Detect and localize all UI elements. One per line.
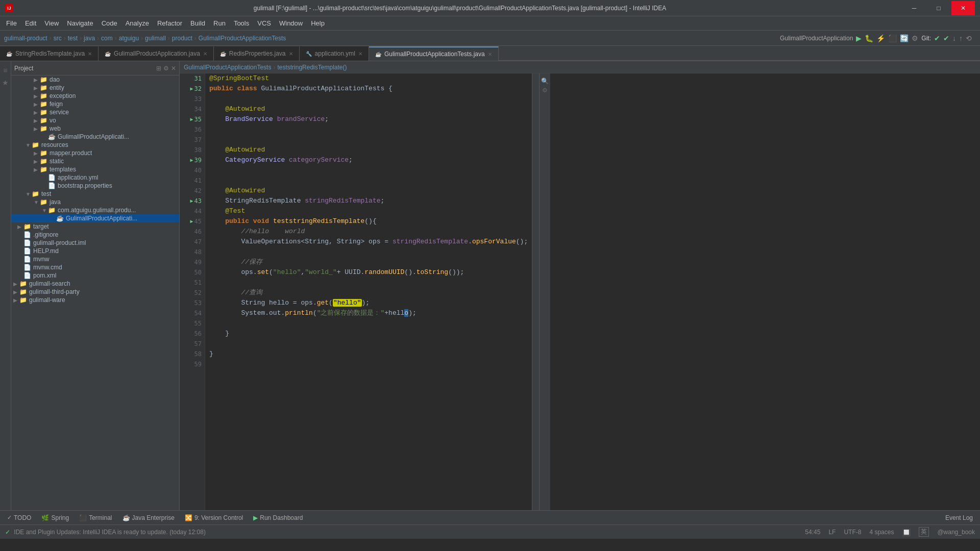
tree-node-mvnw-cmd[interactable]: 📄 mvnw.cmd: [11, 263, 179, 271]
tab-application-yml[interactable]: 🔧 application.yml ✕: [300, 46, 369, 61]
maximize-button[interactable]: □: [927, 1, 950, 15]
layout-icon[interactable]: 🔲: [902, 528, 911, 536]
tree-node-gitignore[interactable]: 📄 .gitignore: [11, 231, 179, 239]
tree-node-main-app[interactable]: ☕ GulimallProductApplicati...: [11, 133, 179, 141]
close-button[interactable]: ✕: [951, 1, 975, 15]
git-push-button[interactable]: ↑: [959, 34, 963, 42]
tab-gulimall-product-application[interactable]: ☕ GulimallProductApplication.java ✕: [99, 46, 214, 61]
tree-node-static[interactable]: ▶ 📁 static: [11, 157, 179, 165]
tree-node-web[interactable]: ▶ 📁 web: [11, 124, 179, 133]
tree-node-label: com.atguigu.gulimall.produ...: [58, 207, 136, 214]
bottom-tab-version-control[interactable]: 🔀 9: Version Control: [182, 513, 246, 522]
bottom-tab-java-enterprise[interactable]: ☕ Java Enterprise: [119, 513, 178, 522]
menu-item-navigate[interactable]: Navigate: [63, 18, 97, 29]
tree-settings-icon[interactable]: ⚙: [163, 65, 169, 72]
tab-redis-properties[interactable]: ☕ RedisProperties.java ✕: [214, 46, 300, 61]
menu-item-help[interactable]: Help: [307, 18, 329, 29]
menu-item-window[interactable]: Window: [275, 18, 307, 29]
tab-close-icon[interactable]: ✕: [488, 52, 492, 57]
menu-item-build[interactable]: Build: [186, 18, 209, 29]
tab-gulimall-product-application-tests[interactable]: ☕ GulimallProductApplicationTests.java ✕: [369, 46, 499, 61]
tree-node-target[interactable]: ▶ 📁 target: [11, 222, 179, 231]
breadcrumb-method[interactable]: teststringRedisTemplate(): [277, 64, 347, 71]
run-with-coverage-button[interactable]: ⚡: [876, 34, 885, 42]
tree-node-help-md[interactable]: 📄 HELP.md: [11, 247, 179, 255]
bottom-tab-run-dashboard[interactable]: ▶ Run Dashboard: [250, 513, 306, 522]
tree-node-entity[interactable]: ▶ 📁 entity: [11, 84, 179, 92]
tree-node-test-class[interactable]: ☕ GulimallProductApplicati...: [11, 214, 179, 222]
debug-button[interactable]: 🐛: [865, 34, 873, 42]
bottom-tab-todo[interactable]: ✓ TODO: [4, 513, 34, 522]
update-button[interactable]: 🔄: [900, 34, 909, 42]
tree-node-application-yml[interactable]: 📄 application.yml: [11, 173, 179, 182]
tree-node-resources[interactable]: ▼ 📁 resources: [11, 141, 179, 149]
tree-node-bootstrap-properties[interactable]: 📄 bootstrap.properties: [11, 182, 179, 190]
stop-button[interactable]: ⬛: [888, 34, 897, 42]
git-update-button[interactable]: ↓: [952, 34, 956, 42]
tab-close-icon[interactable]: ✕: [289, 51, 293, 57]
tab-string-redis-template[interactable]: ☕ StringRedisTemplate.java ✕: [0, 46, 99, 61]
breadcrumb-class[interactable]: GulimallProductApplicationTests: [184, 64, 271, 71]
tree-node-mapper[interactable]: ▶ 📁 mapper.product: [11, 149, 179, 157]
menu-item-view[interactable]: View: [40, 18, 63, 29]
tree-node-gulimall-ware[interactable]: ▶ 📁 gulimall-ware: [11, 296, 179, 304]
menu-item-vcs[interactable]: VCS: [253, 18, 275, 29]
tree-node-feign[interactable]: ▶ 📁 feign: [11, 100, 179, 108]
nav-crumb[interactable]: gulimall: [145, 35, 166, 42]
run-config-name: GulimallProductApplication: [780, 35, 853, 42]
menu-item-analyze[interactable]: Analyze: [121, 18, 153, 29]
right-sidebar-icon2[interactable]: ⚙: [542, 87, 548, 94]
nav-crumb[interactable]: src: [54, 35, 62, 42]
minimize-button[interactable]: ─: [902, 1, 926, 15]
tree-node-test[interactable]: ▼ 📁 test: [11, 190, 179, 198]
git-commit-button[interactable]: ✔: [934, 34, 940, 42]
nav-crumb[interactable]: com: [101, 35, 113, 42]
menu-item-refactor[interactable]: Refactor: [153, 18, 186, 29]
run-button[interactable]: ▶: [856, 34, 862, 42]
tree-node-templates[interactable]: ▶ 📁 templates: [11, 165, 179, 173]
git-history-button[interactable]: ⟲: [966, 34, 972, 42]
bottom-tab-terminal[interactable]: ⬛ Terminal: [76, 513, 115, 522]
tree-node-mvnw[interactable]: 📄 mvnw: [11, 255, 179, 263]
tree-node-service[interactable]: ▶ 📁 service: [11, 108, 179, 116]
tree-arrow: ▶: [34, 126, 40, 132]
tree-node-label: gulimall-search: [29, 280, 70, 287]
tree-expand-icon[interactable]: ⊞: [156, 65, 161, 72]
menu-item-code[interactable]: Code: [97, 18, 121, 29]
menu-item-run[interactable]: Run: [209, 18, 230, 29]
menu-item-edit[interactable]: Edit: [21, 18, 40, 29]
tree-node-gulimall-search[interactable]: ▶ 📁 gulimall-search: [11, 280, 179, 288]
tree-close-icon[interactable]: ✕: [171, 65, 176, 72]
nav-crumb[interactable]: GulimallProductApplicationTests: [199, 35, 286, 42]
nav-crumb[interactable]: java: [84, 35, 95, 42]
nav-crumb[interactable]: gulimall-product: [4, 35, 47, 42]
tree-node-vo[interactable]: ▶ 📁 vo: [11, 116, 179, 124]
tab-label: RedisProperties.java: [229, 50, 286, 57]
bottom-tab-spring[interactable]: 🌿 Spring: [38, 513, 72, 522]
menu-item-file[interactable]: File: [2, 18, 21, 29]
favorites-icon[interactable]: ★: [1, 78, 11, 88]
tree-node-java[interactable]: ▼ 📁 java: [11, 198, 179, 206]
tree-node-exception[interactable]: ▶ 📁 exception: [11, 92, 179, 100]
tree-node-dao[interactable]: ▶ 📁 dao: [11, 76, 179, 84]
tab-close-icon[interactable]: ✕: [358, 51, 362, 57]
tab-close-icon[interactable]: ✕: [203, 51, 207, 57]
tab-label: GulimallProductApplication.java: [114, 50, 200, 57]
nav-crumb[interactable]: product: [172, 35, 192, 42]
tab-close-icon[interactable]: ✕: [88, 51, 92, 57]
status-check-icon: ✓: [5, 529, 10, 536]
code-editor[interactable]: @SpringBootTest public class GulimallPro…: [205, 73, 532, 510]
settings-button[interactable]: ⚙: [912, 34, 918, 42]
bottom-tab-event-log[interactable]: Event Log: [942, 513, 976, 522]
java-enterprise-icon: ☕: [122, 514, 130, 521]
tree-node-pom-xml[interactable]: 📄 pom.xml: [11, 271, 179, 280]
tree-node-gulimall-third-party[interactable]: ▶ 📁 gulimall-third-party: [11, 288, 179, 296]
git-check-button[interactable]: ✔: [943, 34, 949, 42]
menu-item-tools[interactable]: Tools: [230, 18, 253, 29]
right-sidebar-icon[interactable]: 🔍: [541, 78, 549, 85]
nav-crumb[interactable]: atguigu: [119, 35, 139, 42]
tree-node-iml[interactable]: 📄 gulimall-product.iml: [11, 239, 179, 247]
tree-node-com-atguigu[interactable]: ▼ 📁 com.atguigu.gulimall.produ...: [11, 206, 179, 214]
nav-crumb[interactable]: test: [68, 35, 78, 42]
structure-icon[interactable]: ≡: [1, 65, 11, 76]
